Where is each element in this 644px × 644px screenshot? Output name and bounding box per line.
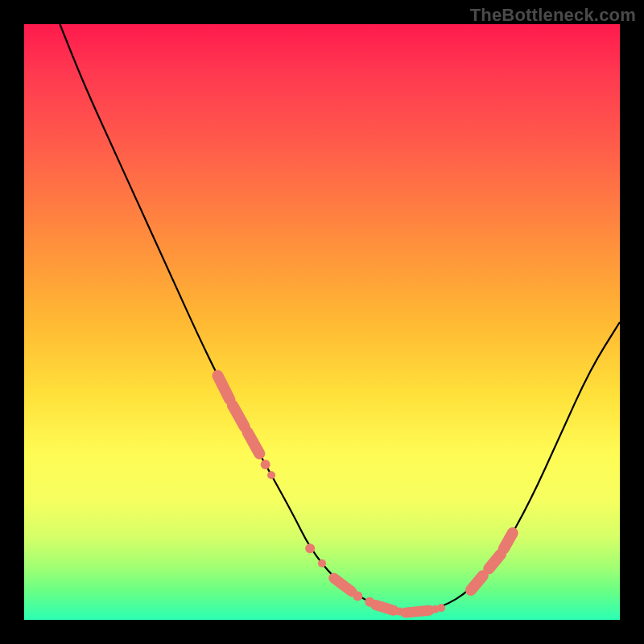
data-point-pill	[248, 432, 260, 454]
watermark-text: TheBottleneck.com	[470, 5, 636, 26]
data-point-pill	[233, 406, 245, 427]
data-point-dot	[305, 543, 315, 553]
chart-frame: TheBottleneck.com	[0, 0, 644, 644]
data-point-dot	[219, 382, 229, 392]
data-point-dot	[437, 604, 445, 612]
plot-area	[24, 24, 620, 620]
data-point-dot	[353, 591, 362, 601]
data-point-pill	[406, 610, 430, 613]
data-point-pill	[489, 555, 501, 569]
data-point-dot	[318, 559, 326, 568]
data-point-markers	[218, 376, 518, 616]
data-point-dot	[267, 471, 275, 479]
data-point-dot	[508, 528, 518, 538]
data-point-dot	[472, 578, 481, 588]
data-point-pill	[334, 578, 352, 592]
data-point-dot	[261, 460, 270, 469]
chart-overlay-svg	[24, 24, 620, 620]
data-point-pill	[376, 605, 394, 611]
bottleneck-curve-line	[60, 24, 620, 613]
